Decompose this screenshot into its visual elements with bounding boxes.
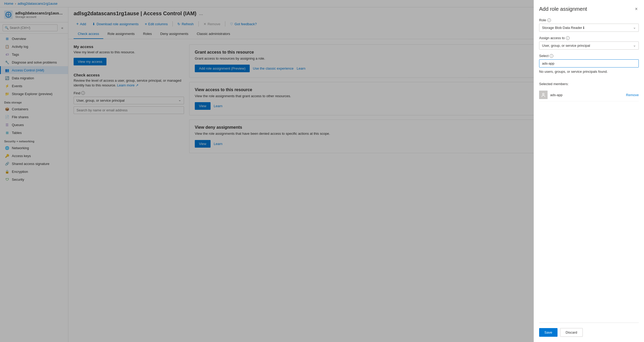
discard-button[interactable]: Discard (560, 328, 583, 337)
select-info-icon: i (550, 54, 553, 58)
selected-members-label: Selected members: (539, 82, 639, 86)
side-panel-title: Add role assignment (539, 6, 587, 12)
selected-members-section: Selected members: ads-app Remove (539, 78, 639, 101)
member-name: ads-app (550, 93, 623, 97)
role-dropdown-wrap: Storage Blob Data Reader ℹ Storage Blob … (539, 24, 639, 32)
side-panel: Add role assignment × Role i Storage Blo… (534, 0, 644, 342)
role-dropdown[interactable]: Storage Blob Data Reader ℹ Storage Blob … (539, 24, 639, 32)
assign-access-dropdown-wrap: User, group, or service principal Manage… (539, 42, 639, 50)
role-label: Role i (539, 18, 639, 22)
save-button[interactable]: Save (539, 328, 558, 337)
assign-access-info-icon: i (566, 36, 570, 40)
no-results-message: No users, groups, or service principals … (539, 70, 639, 74)
remove-member-button[interactable]: Remove (626, 93, 639, 97)
assign-access-field-group: Assign access to i User, group, or servi… (539, 36, 639, 50)
select-label: Select i (539, 54, 639, 58)
selected-member-item: ads-app Remove (539, 89, 639, 101)
close-panel-button[interactable]: × (634, 5, 639, 13)
role-field-group: Role i Storage Blob Data Reader ℹ Storag… (539, 18, 639, 32)
panel-footer: Save Discard (539, 323, 639, 337)
role-info-icon: i (547, 18, 551, 22)
assign-access-label: Assign access to i (539, 36, 639, 40)
select-search-input[interactable] (539, 59, 639, 68)
member-avatar (539, 91, 548, 99)
assign-access-dropdown[interactable]: User, group, or service principal Manage… (539, 42, 639, 50)
select-field-group: Select i No users, groups, or service pr… (539, 54, 639, 74)
